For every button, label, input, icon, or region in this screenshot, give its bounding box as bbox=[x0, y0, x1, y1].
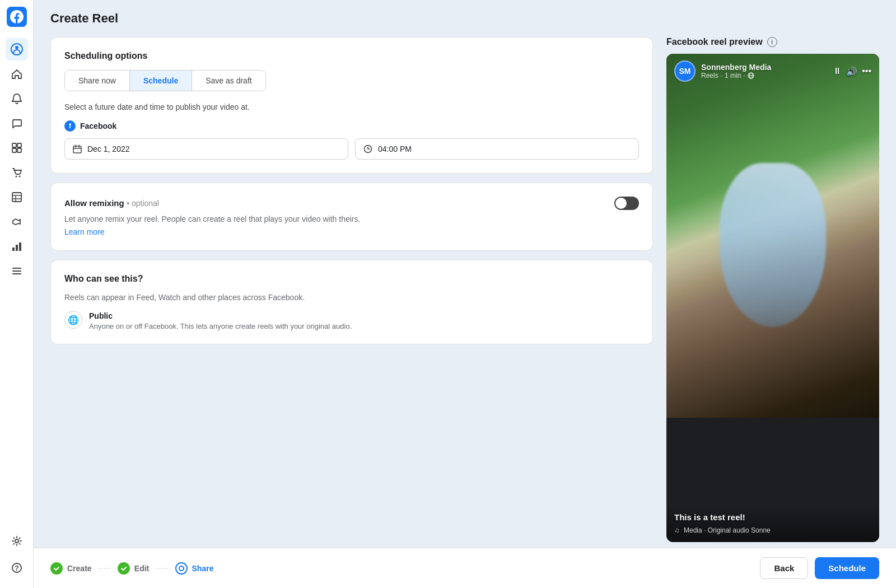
sidebar-item-table[interactable] bbox=[6, 186, 28, 208]
date-input[interactable]: Dec 1, 2022 bbox=[64, 138, 348, 160]
preview-meta: Reels · 1 min · bbox=[701, 72, 771, 80]
step-edit-label: Edit bbox=[134, 564, 149, 573]
step-sep-2: ····· bbox=[156, 563, 168, 573]
svg-point-8 bbox=[18, 176, 20, 178]
svg-point-32 bbox=[179, 566, 184, 571]
time-input[interactable]: 04:00 PM bbox=[355, 138, 639, 160]
remixing-card: Allow remixing • optional Let anyone rem… bbox=[50, 183, 653, 251]
sidebar-item-home[interactable] bbox=[6, 63, 28, 85]
sidebar-item-menu[interactable] bbox=[6, 260, 28, 282]
svg-rect-6 bbox=[17, 148, 21, 152]
preview-overlay-bottom: This is a test reel! ♫ Media · Original … bbox=[666, 505, 879, 542]
remixing-title: Allow remixing bbox=[64, 198, 124, 208]
step-create-label: Create bbox=[67, 564, 92, 573]
preview-header: Facebook reel preview i bbox=[666, 37, 879, 47]
page-header: Create Reel bbox=[34, 0, 896, 31]
svg-rect-13 bbox=[12, 248, 15, 251]
visibility-option-description: Anyone on or off Facebook. This lets any… bbox=[89, 322, 352, 330]
remixing-header: Allow remixing • optional bbox=[64, 197, 639, 210]
svg-rect-3 bbox=[12, 143, 16, 147]
schedule-button[interactable]: Schedule bbox=[815, 557, 879, 579]
sidebar-item-commerce[interactable] bbox=[6, 161, 28, 184]
sidebar-item-messages[interactable] bbox=[6, 112, 28, 134]
facebook-icon: f bbox=[64, 120, 76, 132]
scheduling-title: Scheduling options bbox=[64, 51, 639, 61]
remixing-title-group: Allow remixing • optional bbox=[64, 198, 159, 208]
visibility-title: Who can see this? bbox=[64, 274, 639, 284]
bottom-bar: Create ····· Edit ····· bbox=[34, 548, 896, 588]
sidebar-item-settings[interactable] bbox=[6, 530, 28, 552]
main-content: Create Reel Scheduling options Share now… bbox=[34, 0, 896, 588]
time-value: 04:00 PM bbox=[378, 144, 412, 153]
preview-meta-duration: 1 min bbox=[725, 72, 741, 80]
back-button[interactable]: Back bbox=[760, 557, 808, 579]
sidebar-item-content[interactable] bbox=[6, 137, 28, 159]
info-icon[interactable]: i bbox=[767, 37, 777, 47]
step-share: Share bbox=[175, 562, 214, 575]
visibility-description: Reels can appear in Feed, Watch and othe… bbox=[64, 293, 639, 302]
platform-label: f Facebook bbox=[64, 120, 639, 132]
svg-rect-5 bbox=[12, 148, 16, 152]
bottom-actions: Back Schedule bbox=[760, 557, 879, 579]
step-share-circle bbox=[175, 562, 188, 575]
preview-meta-reels: Reels bbox=[701, 72, 718, 80]
svg-rect-15 bbox=[19, 242, 21, 251]
visibility-option[interactable]: 🌐 Public Anyone on or off Facebook. This… bbox=[64, 311, 639, 330]
volume-icon[interactable]: 🔊 bbox=[846, 66, 857, 77]
step-create: Create bbox=[50, 562, 92, 575]
preview-user-info: SM Sonnenberg Media Reels · 1 min · bbox=[674, 60, 771, 82]
svg-rect-22 bbox=[73, 146, 81, 153]
preview-header-text: Facebook reel preview bbox=[666, 37, 763, 47]
date-value: Dec 1, 2022 bbox=[87, 144, 130, 153]
visibility-card: Who can see this? Reels can appear in Fe… bbox=[50, 260, 653, 344]
preview-caption: This is a test reel! bbox=[674, 512, 871, 522]
svg-rect-14 bbox=[16, 245, 18, 251]
remixing-toggle[interactable] bbox=[614, 197, 639, 210]
more-icon[interactable]: ••• bbox=[862, 66, 871, 76]
svg-text:?: ? bbox=[15, 564, 18, 572]
step-edit-circle bbox=[118, 562, 130, 575]
svg-rect-4 bbox=[17, 143, 21, 147]
sidebar-item-insights[interactable] bbox=[6, 235, 28, 258]
sidebar-item-notifications[interactable] bbox=[6, 87, 28, 110]
tab-schedule[interactable]: Schedule bbox=[130, 71, 192, 91]
preview-controls: ⏸ 🔊 ••• bbox=[833, 66, 871, 77]
step-create-circle bbox=[50, 562, 63, 575]
remixing-description: Let anyone remix your reel. People can c… bbox=[64, 214, 639, 223]
right-panel: Facebook reel preview i SM Sonnenberg Me… bbox=[666, 37, 879, 542]
learn-more-link[interactable]: Learn more bbox=[64, 227, 105, 236]
sidebar-item-help[interactable]: ? bbox=[6, 557, 28, 579]
steps: Create ····· Edit ····· bbox=[50, 562, 213, 575]
sidebar-item-ads[interactable] bbox=[6, 211, 28, 233]
remixing-optional: • optional bbox=[127, 199, 159, 208]
preview-card: SM Sonnenberg Media Reels · 1 min · bbox=[666, 54, 879, 542]
step-sep-1: ····· bbox=[99, 563, 111, 573]
svg-point-7 bbox=[15, 176, 17, 178]
preview-audio-text: Media · Original audio Sonne bbox=[684, 526, 771, 534]
content-area: Scheduling options Share now Schedule Sa… bbox=[34, 31, 896, 548]
step-edit: Edit bbox=[118, 562, 149, 575]
svg-point-19 bbox=[15, 539, 18, 543]
svg-rect-0 bbox=[7, 7, 27, 27]
datetime-row: Dec 1, 2022 04:00 PM bbox=[64, 138, 639, 160]
tab-save-draft[interactable]: Save as draft bbox=[192, 71, 265, 91]
svg-point-2 bbox=[15, 46, 18, 49]
preview-overlay-top: SM Sonnenberg Media Reels · 1 min · bbox=[666, 54, 879, 88]
preview-video-bg: SM Sonnenberg Media Reels · 1 min · bbox=[666, 54, 879, 418]
preview-audio-bar: ♫ Media · Original audio Sonne bbox=[674, 526, 871, 534]
globe-icon: 🌐 bbox=[64, 311, 82, 329]
sidebar: ? bbox=[0, 0, 34, 588]
meta-logo bbox=[7, 7, 27, 27]
visibility-option-name: Public bbox=[89, 311, 113, 320]
visibility-text: Public Anyone on or off Facebook. This l… bbox=[89, 311, 352, 330]
preview-user-text: Sonnenberg Media Reels · 1 min · bbox=[701, 63, 771, 80]
svg-rect-9 bbox=[12, 193, 21, 202]
preview-username: Sonnenberg Media bbox=[701, 63, 771, 72]
left-panel: Scheduling options Share now Schedule Sa… bbox=[50, 37, 653, 542]
sidebar-item-profile[interactable] bbox=[6, 38, 28, 60]
pause-icon[interactable]: ⏸ bbox=[833, 66, 842, 76]
scheduling-tabs: Share now Schedule Save as draft bbox=[64, 70, 266, 91]
tab-share-now[interactable]: Share now bbox=[65, 71, 130, 91]
page-title: Create Reel bbox=[50, 11, 879, 26]
scheduling-card: Scheduling options Share now Schedule Sa… bbox=[50, 37, 653, 174]
